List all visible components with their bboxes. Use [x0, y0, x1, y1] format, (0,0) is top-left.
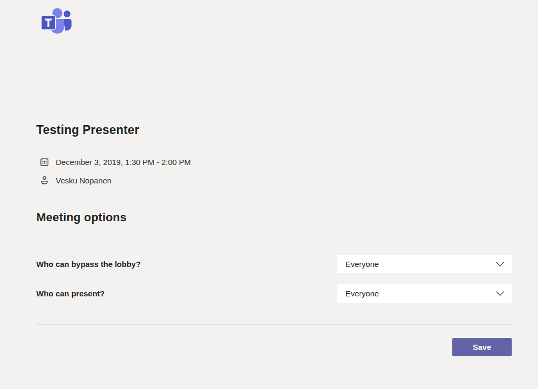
meeting-organizer-row: Vesku Nopanen	[40, 176, 111, 185]
content-area: Testing Presenter December 3, 2019, 1:30…	[36, 0, 512, 392]
present-dropdown-value: Everyone	[346, 289, 379, 298]
meeting-title: Testing Presenter	[36, 123, 139, 137]
divider-bottom	[36, 324, 512, 325]
meeting-datetime: December 3, 2019, 1:30 PM - 2:00 PM	[56, 158, 191, 167]
meeting-options-page: Testing Presenter December 3, 2019, 1:30…	[0, 0, 538, 392]
save-row: Save	[452, 338, 512, 356]
lobby-dropdown-value: Everyone	[346, 260, 379, 269]
lobby-dropdown[interactable]: Everyone	[337, 255, 512, 273]
calendar-icon	[40, 157, 49, 167]
save-button[interactable]: Save	[452, 338, 512, 356]
present-dropdown[interactable]: Everyone	[337, 284, 512, 303]
meeting-datetime-row: December 3, 2019, 1:30 PM - 2:00 PM	[40, 157, 191, 167]
present-option-label: Who can present?	[36, 289, 105, 298]
meeting-organizer: Vesku Nopanen	[56, 176, 111, 185]
chevron-down-icon	[496, 262, 504, 266]
options-heading: Meeting options	[36, 211, 127, 224]
option-row-lobby: Who can bypass the lobby? Everyone	[36, 255, 512, 273]
person-icon	[40, 176, 49, 185]
bottom-edge	[0, 389, 538, 392]
divider-top	[36, 242, 512, 242]
lobby-option-label: Who can bypass the lobby?	[36, 260, 140, 269]
option-row-present: Who can present? Everyone	[36, 284, 512, 303]
chevron-down-icon	[496, 291, 504, 296]
